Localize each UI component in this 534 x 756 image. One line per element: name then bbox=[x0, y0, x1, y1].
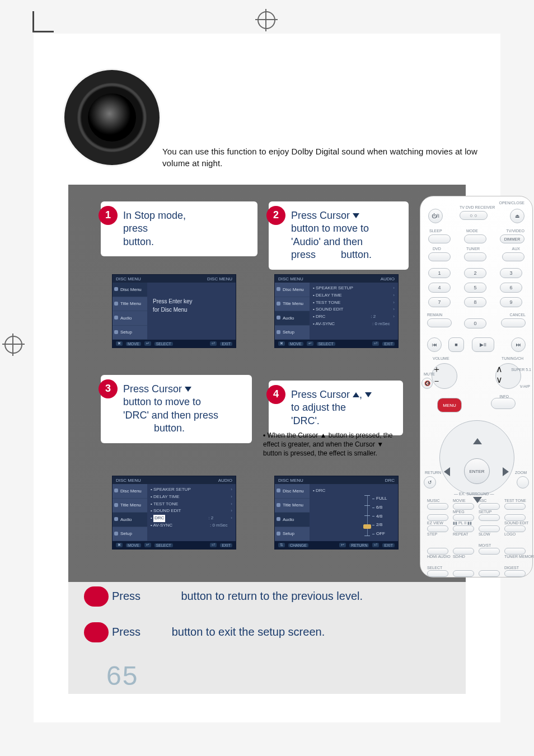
remote-small-button bbox=[504, 525, 526, 532]
osd-foot: EXIT bbox=[382, 342, 395, 346]
cursor-down-icon bbox=[185, 387, 191, 392]
page-inner: You can use this function to enjoy Dolby… bbox=[34, 34, 500, 722]
digit-4: 4 bbox=[428, 283, 451, 293]
digit-7: 7 bbox=[428, 297, 451, 307]
osd-foot: EXIT bbox=[220, 543, 232, 547]
dvd-button bbox=[428, 252, 451, 261]
digit-0: 0 bbox=[464, 318, 486, 328]
step-text: Press Cursor bbox=[123, 383, 182, 395]
osd-screenshot-2: DISC MENUAUDIO Disc MenuTitle MenuAudioS… bbox=[274, 274, 399, 348]
menu-button: MENU bbox=[437, 398, 462, 412]
osd-title-l: DISC MENU bbox=[116, 478, 141, 483]
info-button bbox=[491, 398, 516, 409]
remote-label: OPEN/CLOSE bbox=[499, 201, 524, 205]
step-4-card: 4 Press Cursor , to adjust the 'DRC'. bbox=[269, 381, 403, 435]
digit-3: 3 bbox=[500, 268, 522, 278]
remote-label: TUNING/CH bbox=[502, 356, 523, 360]
enter-button: ENTER bbox=[464, 458, 490, 484]
footer-text: button to return to the previous level. bbox=[181, 590, 363, 602]
remote-label: MODE bbox=[466, 229, 478, 233]
remote-small-button bbox=[453, 570, 474, 577]
remote-label: LOGO bbox=[504, 532, 516, 536]
registration-mark bbox=[4, 336, 22, 354]
digit-1: 1 bbox=[428, 268, 451, 278]
step-2-card: 2 Press Cursor button to move to 'Audio'… bbox=[269, 201, 409, 270]
remote-label: TUNER MEMORY bbox=[504, 555, 534, 558]
step-4-note: • When the Cursor ▲ button is pressed, t… bbox=[263, 431, 403, 458]
digit-5: 5 bbox=[464, 283, 486, 293]
remote-label: DIGEST bbox=[504, 566, 519, 570]
remote-label: TV/VIDEO bbox=[506, 229, 524, 233]
remote-small-button bbox=[453, 548, 474, 555]
registration-mark bbox=[257, 11, 275, 29]
remote-label: MENU bbox=[438, 398, 461, 412]
remote-small-button bbox=[479, 514, 500, 521]
intro-text: You can use this function to enjoy Dolby… bbox=[162, 145, 498, 170]
cancel-button bbox=[501, 318, 526, 327]
mute-button: 🔇 bbox=[421, 378, 433, 389]
cursor-left-icon bbox=[444, 467, 450, 476]
osd-foot: MOVE bbox=[126, 543, 141, 547]
remote-label: INFO bbox=[499, 395, 509, 398]
remote-label: V-H/P bbox=[520, 384, 530, 388]
remote-small-button bbox=[427, 525, 448, 532]
remote-small-button bbox=[427, 570, 448, 577]
step-text: button to move to bbox=[291, 223, 369, 234]
remote-label: DIMMER bbox=[500, 235, 524, 243]
footer-text: Press bbox=[112, 626, 140, 638]
footer-text: button to exit the setup screen. bbox=[172, 626, 325, 638]
osd-foot: SELECT bbox=[154, 342, 173, 346]
remote-small-button bbox=[453, 514, 474, 521]
volume-rocker: ＋－ bbox=[432, 363, 457, 389]
step-text: press bbox=[291, 249, 316, 260]
osd-msg: for Disc Menu bbox=[153, 307, 188, 313]
remote-label: DVD bbox=[433, 247, 441, 251]
digit-2: 2 bbox=[464, 268, 486, 278]
osd-foot: CHANGE bbox=[288, 543, 308, 547]
tv-receiver-switch: ○ ○ bbox=[460, 211, 488, 220]
remote-small-button bbox=[479, 503, 500, 510]
osd-title-l: DISC MENU bbox=[116, 276, 141, 281]
remote-label: STEP bbox=[427, 532, 437, 536]
osd-foot: SELECT bbox=[154, 543, 173, 547]
remote-label: ZOOM bbox=[515, 471, 527, 475]
osd-screenshot-3: DISC MENUAUDIO Disc MenuTitle MenuAudioS… bbox=[112, 476, 236, 550]
osd-foot: MOVE bbox=[126, 342, 141, 346]
remote-label: SLEEP bbox=[429, 229, 442, 233]
remote-label: MOVIE bbox=[453, 499, 466, 503]
step-text: 'DRC'. bbox=[291, 415, 320, 426]
zoom-button bbox=[517, 476, 529, 489]
remote-label: TV DVD RECEIVER bbox=[460, 205, 495, 209]
osd-title-l: DISC MENU bbox=[278, 478, 303, 483]
remote-label: SELECT bbox=[427, 566, 442, 570]
sleep-button bbox=[428, 234, 451, 243]
remote-label: EZ VIEW bbox=[427, 521, 443, 525]
remote-small-button bbox=[453, 503, 474, 510]
remote-label: SETUP bbox=[479, 510, 491, 514]
footer-pill bbox=[84, 586, 109, 607]
osd-foot: RETURN bbox=[349, 543, 369, 547]
remote-label: REMAIN bbox=[427, 313, 442, 317]
footer-line-1: Press button to return to the previous l… bbox=[112, 590, 363, 603]
remote-label: ▮▮ PL II ▮▮ bbox=[453, 521, 472, 525]
tuner-button bbox=[464, 252, 486, 261]
step-1-card: 1 In Stop mode, press MENU button. bbox=[101, 201, 257, 256]
osd-screenshot-4: DISC MENUDRC Disc MenuTitle MenuAudioSet… bbox=[274, 476, 399, 550]
step-text: 'DRC' and then press bbox=[123, 410, 218, 421]
step-number: 1 bbox=[99, 206, 118, 225]
remote-label: ASC bbox=[479, 499, 486, 503]
step-number: 4 bbox=[266, 385, 285, 404]
step-text: press bbox=[123, 223, 148, 234]
remote-label: SD/HD bbox=[453, 555, 465, 558]
prev-button: ⏮ bbox=[427, 337, 442, 352]
remote-small-button bbox=[504, 503, 526, 510]
remote-label: MUTE bbox=[424, 372, 435, 376]
cursor-down-icon bbox=[365, 392, 372, 397]
page-number: 65 bbox=[106, 660, 138, 691]
osd-title-l: DISC MENU bbox=[278, 276, 303, 281]
remote-small-button bbox=[427, 514, 448, 521]
remote-label: SUPER 5.1 bbox=[511, 368, 531, 372]
power-button: ⏻/I bbox=[428, 209, 443, 223]
step-text: to adjust the bbox=[291, 402, 346, 413]
osd-foot: EXIT bbox=[220, 342, 232, 346]
